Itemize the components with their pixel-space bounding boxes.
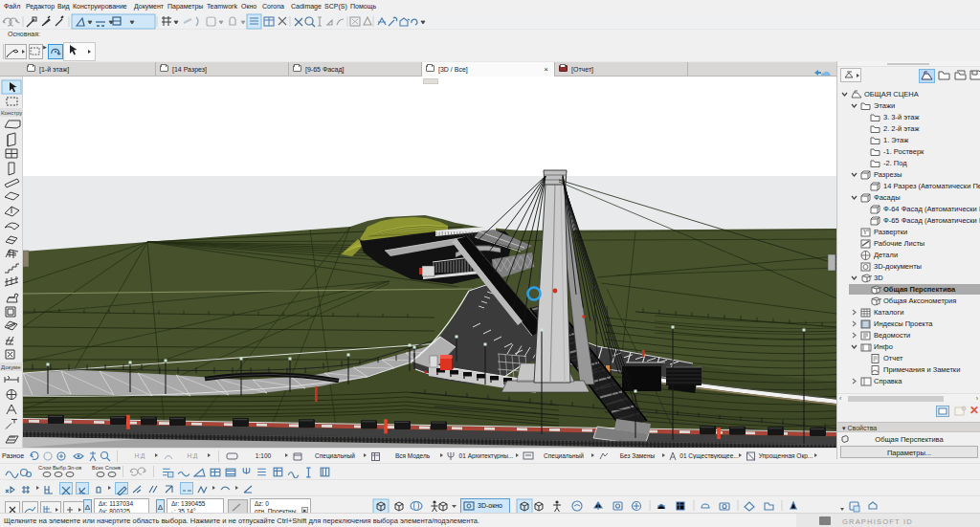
svg-text:Констру: Констру [1,110,22,116]
svg-text:Докуме: Докуме [1,364,21,370]
